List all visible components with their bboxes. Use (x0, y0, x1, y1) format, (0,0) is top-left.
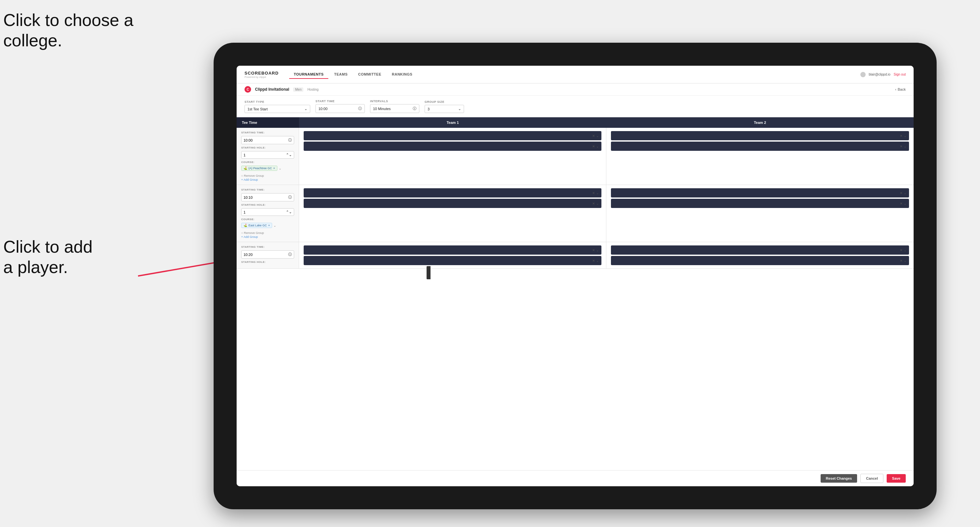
table-row: STARTING TIME: 10:00 ⓘ STARTING HOLE: 1 … (237, 128, 914, 185)
player-slot[interactable]: ✕ ⌄ (611, 199, 909, 208)
starting-hole-input-2[interactable]: 1 ⌃⌄ (241, 208, 294, 216)
remove-group-1[interactable]: ○ Remove Group (241, 174, 294, 178)
user-email: blair@clippd.io (869, 73, 891, 76)
course-tag-2[interactable]: ⛳ East Lake GC × (241, 223, 272, 228)
nav-committee[interactable]: COMMITTEE (354, 70, 386, 79)
annotation-choose-college: Click to choose a college. (3, 10, 134, 51)
th-team2: Team 2 (606, 117, 914, 128)
course-label: COURSE: (241, 161, 294, 163)
tee-info-3: STARTING TIME: 10:20 ⓘ STARTING HOLE: (237, 242, 299, 268)
player-slot[interactable]: ✕ ⌄ (611, 256, 909, 265)
tournament-title: Clippd Invitational (255, 87, 289, 92)
team2-cell-2: ✕ ⌄ ✕ ⌄ (606, 185, 914, 242)
cancel-button[interactable]: Cancel (861, 474, 883, 483)
tee-info-1: STARTING TIME: 10:00 ⓘ STARTING HOLE: 1 … (237, 128, 299, 185)
th-tee-time: Tee Time (237, 117, 299, 128)
table-row: STARTING TIME: 10:20 ⓘ STARTING HOLE: ✕ … (237, 242, 914, 269)
team2-cell-3: ✕ ⌄ ✕ ⌄ (606, 242, 914, 268)
add-group-2[interactable]: + Add Group (241, 235, 294, 238)
player-slot[interactable]: ✕ ⌄ (611, 131, 909, 140)
save-button[interactable]: Save (887, 474, 906, 483)
start-time-group: Start Time 10:00 ⓘ (315, 100, 365, 113)
start-type-group: Start Type 1st Tee Start ⌄ (245, 100, 310, 113)
player-slot[interactable]: ✕ ⌄ (304, 131, 601, 140)
th-team1: Team 1 (299, 117, 606, 128)
user-avatar (861, 72, 865, 77)
team1-cell-3: ✕ ⌄ ✕ ⌄ (299, 242, 606, 268)
course-dropdown-1[interactable]: ⌄ (279, 167, 281, 170)
starting-hole-label: STARTING HOLE: (241, 260, 294, 264)
group-size-group: Group Size 3 ⌄ (425, 100, 464, 113)
group-size-label: Group Size (425, 100, 464, 103)
player-slot[interactable]: ✕ ⌄ (611, 245, 909, 255)
starting-time-label: STARTING TIME: (241, 188, 294, 191)
player-slot[interactable]: ✕ ⌄ (611, 188, 909, 197)
main-content: Tee Time Team 1 Team 2 STARTING TIME: 10… (237, 117, 914, 470)
intervals-select[interactable]: 10 Minutes ⓘ (370, 104, 419, 113)
top-nav: SCOREBOARD Powered by clippd TOURNAMENTS… (237, 66, 914, 83)
nav-teams[interactable]: TEAMS (329, 70, 352, 79)
start-type-select[interactable]: 1st Tee Start ⌄ (245, 105, 310, 113)
starting-time-label: STARTING TIME: (241, 245, 294, 248)
course-tag-1[interactable]: ⛳ (A) Peachtree GC × (241, 166, 277, 171)
brand: SCOREBOARD Powered by clippd (245, 71, 279, 79)
starting-hole-input-1[interactable]: 1 ⌃⌄ (241, 151, 294, 159)
player-slot[interactable]: ✕ ⌄ (304, 199, 601, 208)
starting-time-input-2[interactable]: 10:10 ⓘ (241, 193, 294, 202)
starting-hole-label: STARTING HOLE: (241, 146, 294, 149)
side-button[interactable] (426, 266, 431, 279)
team1-cell-2: ✕ ⌄ ✕ ⌄ (299, 185, 606, 242)
back-button[interactable]: ‹ Back (895, 87, 906, 91)
starting-hole-label: STARTING HOLE: (241, 203, 294, 206)
tournament-badge: Men (293, 87, 303, 92)
team1-cell-1: ✕ ⌄ ✕ ⌄ (299, 128, 606, 185)
nav-tournaments[interactable]: TOURNAMENTS (289, 70, 328, 79)
start-time-select[interactable]: 10:00 ⓘ (315, 104, 365, 113)
tablet-screen: SCOREBOARD Powered by clippd TOURNAMENTS… (237, 66, 914, 486)
intervals-group: Intervals 10 Minutes ⓘ (370, 100, 419, 113)
annotation-add-player: Click to add a player. (3, 237, 93, 278)
player-slot[interactable]: ✕ ⌄ (611, 141, 909, 151)
tournament-logo: C (245, 86, 251, 93)
brand-title: SCOREBOARD (245, 71, 279, 76)
tournament-tag: Hosting (307, 88, 318, 91)
start-type-label: Start Type (245, 100, 310, 103)
start-time-label: Start Time (315, 100, 365, 103)
tablet-frame: SCOREBOARD Powered by clippd TOURNAMENTS… (214, 43, 937, 509)
course-dropdown-2[interactable]: ⌄ (274, 224, 276, 227)
player-slot[interactable]: ✕ ⌄ (304, 256, 601, 265)
team2-cell-1: ✕ ⌄ ✕ ⌄ (606, 128, 914, 185)
nav-links: TOURNAMENTS TEAMS COMMITTEE RANKINGS (289, 70, 861, 79)
group-size-select[interactable]: 3 ⌄ (425, 105, 464, 113)
sub-header: C Clippd Invitational Men Hosting ‹ Back (237, 83, 914, 95)
reset-button[interactable]: Reset Changes (821, 474, 857, 483)
nav-right: blair@clippd.io Sign out (861, 72, 906, 77)
add-group-1[interactable]: + Add Group (241, 178, 294, 181)
starting-time-label: STARTING TIME: (241, 131, 294, 134)
player-slot[interactable]: ✕ ⌄ (304, 245, 601, 255)
nav-rankings[interactable]: RANKINGS (387, 70, 417, 79)
intervals-label: Intervals (370, 100, 419, 103)
starting-time-input-3[interactable]: 10:20 ⓘ (241, 250, 294, 259)
player-slot[interactable]: ✕ ⌄ (304, 141, 601, 151)
table-row: STARTING TIME: 10:10 ⓘ STARTING HOLE: 1 … (237, 185, 914, 242)
table-header: Tee Time Team 1 Team 2 (237, 117, 914, 128)
tee-info-2: STARTING TIME: 10:10 ⓘ STARTING HOLE: 1 … (237, 185, 299, 242)
starting-time-input-1[interactable]: 10:00 ⓘ (241, 136, 294, 144)
brand-subtitle: Powered by clippd (245, 76, 279, 79)
footer-bar: Reset Changes Cancel Save (237, 470, 914, 486)
course-label: COURSE: (241, 218, 294, 221)
form-row: Start Type 1st Tee Start ⌄ Start Time 10… (237, 95, 914, 117)
player-slot[interactable]: ✕ ⌄ (304, 188, 601, 197)
sign-out-link[interactable]: Sign out (894, 73, 906, 76)
remove-group-2[interactable]: ○ Remove Group (241, 231, 294, 235)
